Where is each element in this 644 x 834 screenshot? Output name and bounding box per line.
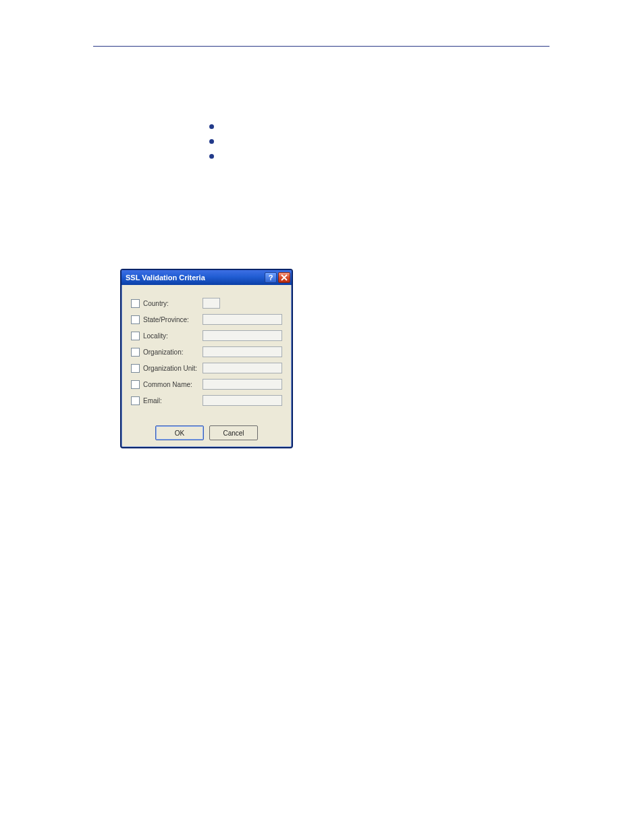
common-name-label: Common Name: xyxy=(143,381,203,388)
ok-button-label: OK xyxy=(175,429,184,437)
window-controls: ? xyxy=(265,272,290,283)
org-unit-input[interactable] xyxy=(203,363,282,373)
org-unit-checkbox[interactable] xyxy=(131,364,140,373)
close-icon xyxy=(281,274,288,281)
ssl-validation-dialog: SSL Validation Criteria ? Country: State… xyxy=(120,269,293,448)
locality-input[interactable] xyxy=(203,330,282,341)
cancel-button[interactable]: Cancel xyxy=(209,425,258,440)
state-label: State/Province: xyxy=(143,316,203,323)
field-row-country: Country: xyxy=(131,297,282,309)
country-input[interactable] xyxy=(203,298,220,309)
bullet xyxy=(209,139,214,144)
help-icon: ? xyxy=(269,273,273,282)
bullet xyxy=(209,124,214,129)
locality-label: Locality: xyxy=(143,332,203,340)
email-checkbox[interactable] xyxy=(131,396,140,405)
field-row-email: Email: xyxy=(131,394,282,407)
dialog-buttons: OK Cancel xyxy=(122,416,292,447)
organization-input[interactable] xyxy=(203,346,282,357)
org-unit-label: Organization Unit: xyxy=(143,365,203,372)
organization-label: Organization: xyxy=(143,348,203,356)
state-input[interactable] xyxy=(203,314,282,325)
common-name-checkbox[interactable] xyxy=(131,380,140,389)
field-row-organization: Organization: xyxy=(131,346,282,358)
state-checkbox[interactable] xyxy=(131,315,140,324)
bullet-list xyxy=(209,124,214,169)
country-label: Country: xyxy=(143,300,203,307)
field-row-locality: Locality: xyxy=(131,330,282,342)
field-row-state: State/Province: xyxy=(131,313,282,325)
titlebar[interactable]: SSL Validation Criteria ? xyxy=(122,270,292,285)
ok-button[interactable]: OK xyxy=(155,425,204,440)
dialog-title: SSL Validation Criteria xyxy=(126,273,265,282)
organization-checkbox[interactable] xyxy=(131,348,140,357)
locality-checkbox[interactable] xyxy=(131,332,140,340)
horizontal-rule xyxy=(93,46,549,47)
field-row-common-name: Common Name: xyxy=(131,378,282,390)
help-button[interactable]: ? xyxy=(265,272,277,283)
email-input[interactable] xyxy=(203,395,282,406)
cancel-button-label: Cancel xyxy=(223,429,244,437)
email-label: Email: xyxy=(143,397,203,405)
common-name-input[interactable] xyxy=(203,379,282,390)
dialog-body: Country: State/Province: Locality: Organ… xyxy=(122,285,292,416)
country-checkbox[interactable] xyxy=(131,299,140,308)
bullet xyxy=(209,154,214,159)
close-button[interactable] xyxy=(278,272,290,283)
field-row-org-unit: Organization Unit: xyxy=(131,362,282,374)
